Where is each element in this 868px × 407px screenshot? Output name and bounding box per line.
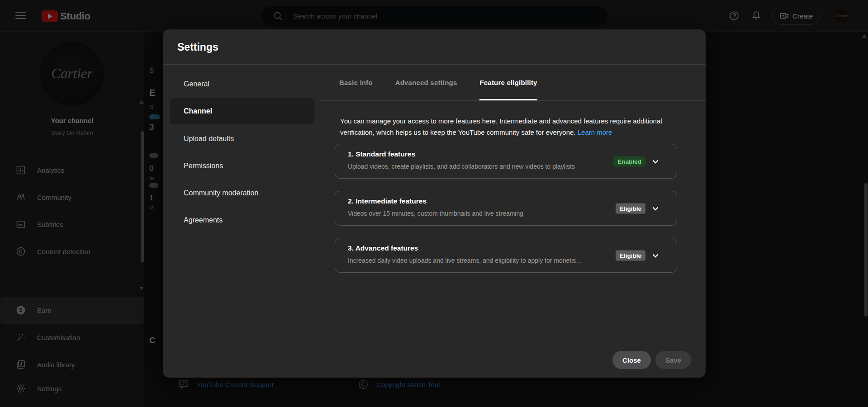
- status-badge-eligible: Eligible: [616, 250, 645, 260]
- tab-advanced-settings[interactable]: Advanced settings: [395, 65, 457, 100]
- feature-eligibility-description: You can manage your access to more featu…: [340, 115, 697, 138]
- feature-description: Videos over 15 minutes, custom thumbnail…: [348, 210, 523, 217]
- status-badge-enabled: Enabled: [613, 156, 645, 166]
- settings-nav-general[interactable]: General: [163, 75, 321, 93]
- close-button[interactable]: Close: [612, 351, 651, 369]
- feature-description: Increased daily video uploads and live s…: [348, 257, 582, 264]
- feature-description: Upload videos, create playlists, and add…: [348, 163, 575, 170]
- feature-card-advanced[interactable]: 3. Advanced features Increased daily vid…: [335, 238, 677, 273]
- dialog-header: Settings: [163, 29, 706, 65]
- learn-more-link[interactable]: Learn more: [578, 128, 612, 136]
- chevron-down-icon[interactable]: [650, 250, 661, 261]
- settings-dialog: Settings General Channel Upload defaults…: [163, 29, 706, 378]
- feature-title: 2. Intermediate features: [348, 197, 427, 205]
- status-badge-eligible: Eligible: [616, 203, 645, 213]
- settings-nav-permissions[interactable]: Permissions: [163, 157, 321, 175]
- settings-nav: General Channel Upload defaults Permissi…: [163, 65, 321, 342]
- feature-title: 1. Standard features: [348, 150, 415, 158]
- feature-cards: 1. Standard features Upload videos, crea…: [335, 144, 677, 273]
- feature-card-standard[interactable]: 1. Standard features Upload videos, crea…: [335, 144, 677, 179]
- settings-nav-community-moderation[interactable]: Community moderation: [163, 184, 321, 202]
- description-text: You can manage your access to more featu…: [340, 117, 662, 136]
- settings-nav-channel[interactable]: Channel: [170, 98, 314, 124]
- tab-basic-info[interactable]: Basic info: [339, 65, 373, 100]
- dialog-title: Settings: [177, 29, 218, 65]
- chevron-down-icon[interactable]: [650, 156, 661, 167]
- dialog-footer: Close Save: [163, 342, 706, 378]
- settings-nav-upload-defaults[interactable]: Upload defaults: [163, 130, 321, 148]
- settings-content: Basic info Advanced settings Feature eli…: [321, 65, 706, 342]
- feature-title: 3. Advanced features: [348, 244, 418, 252]
- feature-card-intermediate[interactable]: 2. Intermediate features Videos over 15 …: [335, 191, 677, 226]
- settings-nav-agreements[interactable]: Agreements: [163, 211, 321, 229]
- channel-settings-tabs: Basic info Advanced settings Feature eli…: [321, 65, 706, 101]
- chevron-down-icon[interactable]: [650, 203, 661, 214]
- tab-feature-eligibility[interactable]: Feature eligibility: [479, 65, 537, 100]
- save-button[interactable]: Save: [655, 351, 691, 369]
